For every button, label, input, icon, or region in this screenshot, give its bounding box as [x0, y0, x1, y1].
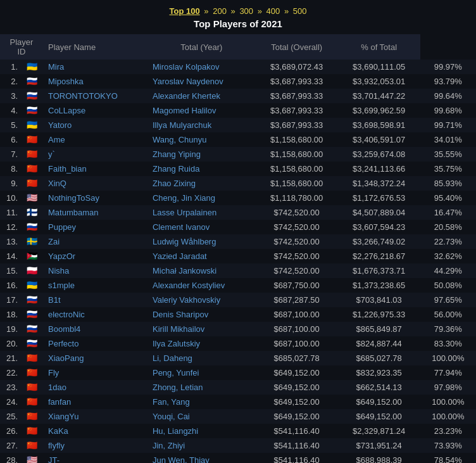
nav-200[interactable]: 200 [213, 6, 227, 16]
player-id-link[interactable]: NothingToSay [48, 193, 99, 203]
flag-cell: 🇷🇺 [20, 336, 43, 351]
nav-sep-3: » [258, 6, 265, 16]
page-title: Top Players of 2021 [0, 18, 476, 34]
rank-cell: 19. [0, 322, 20, 336]
player-id-link[interactable]: 1dao [48, 383, 66, 392]
playerid-cell: B1t [43, 293, 147, 307]
player-id-link[interactable]: YapzOr [48, 251, 75, 261]
totaloverall-cell: $1,226,975.33 [338, 307, 420, 322]
nav-500[interactable]: 500 [293, 6, 307, 16]
flag-cell: 🇷🇺 [20, 89, 43, 103]
rank-cell: 16. [0, 278, 20, 293]
player-id-link[interactable]: Matumbaman [48, 208, 98, 217]
playername-cell: Ilya Zalutskiy [147, 336, 256, 351]
table-row: 9. 🇨🇳 XinQ Zhao Zixing $1,158,680.00 $1,… [0, 176, 476, 191]
player-id-link[interactable]: Perfecto [48, 339, 78, 348]
player-id-link[interactable]: Miposhka [48, 77, 84, 86]
player-id-link[interactable]: Mira [48, 62, 64, 72]
pct-cell: 73.93% [420, 438, 476, 453]
col-header-playername: Player Name [43, 34, 147, 60]
flag-icon: 🇺🇸 [25, 194, 38, 202]
player-id-link[interactable]: s1mple [48, 281, 75, 290]
table-row: 2. 🇷🇺 Miposhka Yaroslav Naydenov $3,687,… [0, 74, 476, 89]
player-id-link[interactable]: Ame [48, 135, 65, 144]
player-id-link[interactable]: electroNic [48, 310, 85, 319]
pct-cell: 44.29% [420, 263, 476, 278]
totalyear-cell: $3,687,993.33 [256, 74, 338, 89]
player-id-link[interactable]: y` [48, 149, 55, 159]
pct-cell: 97.98% [420, 380, 476, 395]
rank-cell: 11. [0, 205, 20, 220]
totaloverall-cell: $3,607,594.23 [338, 220, 420, 234]
player-id-link[interactable]: B1t [48, 295, 61, 305]
player-id-link[interactable]: fanfan [48, 397, 71, 407]
flag-cell: 🇷🇺 [20, 322, 43, 336]
player-id-link[interactable]: Puppey [48, 222, 76, 232]
nav-sep-1: » [204, 6, 211, 16]
totaloverall-cell: $3,259,674.08 [338, 147, 420, 162]
player-id-link[interactable]: Boombl4 [48, 324, 80, 334]
player-id-link[interactable]: XiaoPang [48, 353, 84, 363]
table-row: 26. 🇨🇳 KaKa Hu, Liangzhi $541,116.40 $2,… [0, 424, 476, 438]
player-id-link[interactable]: Faith_bian [48, 164, 87, 174]
totalyear-cell: $687,100.00 [256, 307, 338, 322]
flag-cell: 🇺🇦 [20, 60, 43, 74]
rank-cell: 22. [0, 365, 20, 380]
playerid-cell: TORONTOTOKYO [43, 89, 147, 103]
totalyear-cell: $3,689,072.43 [256, 60, 338, 74]
table-row: 22. 🇨🇳 Fly Peng, Yunfei $649,152.00 $832… [0, 365, 476, 380]
totalyear-cell: $1,158,680.00 [256, 147, 338, 162]
totalyear-cell: $541,116.40 [256, 438, 338, 453]
playerid-cell: Ame [43, 132, 147, 147]
nav-400[interactable]: 400 [266, 6, 280, 16]
totaloverall-cell: $824,887.44 [338, 336, 420, 351]
playerid-cell: Perfecto [43, 336, 147, 351]
nav-top100[interactable]: Top 100 [170, 6, 200, 16]
player-id-link[interactable]: TORONTOTOKYO [48, 91, 118, 101]
flag-icon: 🇺🇦 [25, 63, 38, 71]
flag-cell: 🇷🇺 [20, 103, 43, 118]
col-header-playerid: Player ID [0, 34, 43, 60]
totaloverall-cell: $1,676,373.71 [338, 263, 420, 278]
player-id-link[interactable]: Nisha [48, 266, 69, 276]
totaloverall-cell: $3,266,749.02 [338, 234, 420, 249]
flag-icon: 🇺🇸 [25, 456, 38, 463]
player-id-link[interactable]: KaKa [48, 426, 68, 436]
player-id-link[interactable]: JT- [48, 455, 60, 463]
playerid-cell: XinQ [43, 176, 147, 191]
pct-cell: 100.00% [420, 395, 476, 409]
playerid-cell: electroNic [43, 307, 147, 322]
flag-icon: 🇨🇳 [25, 150, 38, 158]
totalyear-cell: $687,750.00 [256, 278, 338, 293]
playerid-cell: Matumbaman [43, 205, 147, 220]
player-id-link[interactable]: XiangYu [48, 412, 78, 421]
totalyear-cell: $687,100.00 [256, 322, 338, 336]
playerid-cell: s1mple [43, 278, 147, 293]
table-row: 17. 🇷🇺 B1t Valeriy Vakhovskiy $687,287.5… [0, 293, 476, 307]
player-id-link[interactable]: Fly [48, 368, 59, 377]
table-row: 13. 🇸🇪 Zai Ludwig Wåhlberg $742,520.00 $… [0, 234, 476, 249]
flag-cell: 🇨🇳 [20, 409, 43, 424]
player-id-link[interactable]: CoLLapse [48, 106, 85, 115]
player-id-link[interactable]: XinQ [48, 179, 66, 188]
totalyear-cell: $649,152.00 [256, 365, 338, 380]
table-row: 28. 🇺🇸 JT- Jun Wen, Thiay $541,116.40 $6… [0, 453, 476, 463]
table-row: 8. 🇨🇳 Faith_bian Zhang Ruida $1,158,680.… [0, 162, 476, 176]
playername-cell: Jun Wen, Thiay [147, 453, 256, 463]
nav-300[interactable]: 300 [239, 6, 253, 16]
player-id-link[interactable]: Yatoro [48, 120, 72, 130]
totalyear-cell: $649,152.00 [256, 395, 338, 409]
rank-cell: 14. [0, 249, 20, 263]
playername-cell: Miroslav Kolpakov [147, 60, 256, 74]
playername-cell: Valeriy Vakhovskiy [147, 293, 256, 307]
totaloverall-cell: $1,172,676.53 [338, 191, 420, 205]
totaloverall-cell: $649,152.00 [338, 395, 420, 409]
pct-cell: 85.93% [420, 176, 476, 191]
totalyear-cell: $3,687,993.33 [256, 89, 338, 103]
table-row: 25. 🇨🇳 XiangYu Youqi, Cai $649,152.00 $6… [0, 409, 476, 424]
player-id-link[interactable]: Zai [48, 237, 60, 246]
playername-cell: Yazied Jaradat [147, 249, 256, 263]
totaloverall-cell: $649,152.00 [338, 409, 420, 424]
player-id-link[interactable]: flyfly [48, 441, 65, 450]
table-row: 7. 🇨🇳 y` Zhang Yiping $1,158,680.00 $3,2… [0, 147, 476, 162]
